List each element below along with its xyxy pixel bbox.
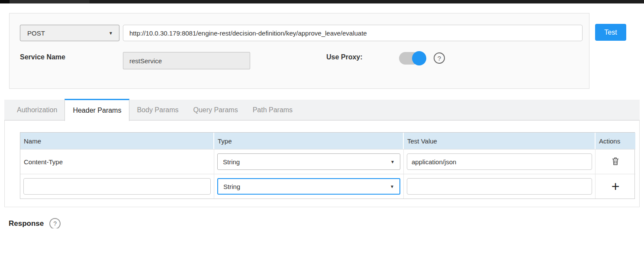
proxy-help-icon[interactable]: ? [434,52,445,64]
http-method-value: POST [27,29,45,37]
response-section-header: Response ? [9,218,61,228]
param-test-value-input[interactable] [407,153,592,170]
test-button[interactable]: Test [595,24,626,41]
param-type-value: String [223,158,240,166]
use-proxy-label: Use Proxy: [326,53,363,61]
param-name-value: Content-Type [23,158,63,166]
column-header-type: Type [214,133,404,149]
service-name-label: Service Name [20,53,65,61]
delete-row-button[interactable] [611,156,620,167]
add-row-button[interactable]: + [612,179,620,193]
plus-icon: + [612,179,620,193]
toggle-knob [412,51,426,65]
chevron-down-icon: ▼ [390,184,394,189]
chevron-down-icon: ▼ [390,160,395,164]
tab-query-params[interactable]: Query Params [186,100,245,120]
column-header-test-value: Test Value [404,133,596,149]
table-row-2-type-cell: String ▼ [214,174,404,199]
table-row-1-name-cell: Content-Type [20,149,214,174]
window-top-bar [0,0,644,3]
service-name-input[interactable] [123,52,250,69]
request-config-panel: POST ▼ Service Name Use Proxy: ? [9,13,589,89]
tab-path-params[interactable]: Path Params [245,100,300,120]
column-header-actions: Actions [596,133,635,149]
top-bar-segment [0,0,10,3]
trash-icon [611,156,620,167]
use-proxy-toggle[interactable] [399,51,426,65]
tab-body-params[interactable]: Body Params [129,100,186,120]
table-row-1-actions-cell [596,149,635,174]
param-type-select[interactable]: String ▼ [217,178,400,195]
table-row-2-actions-cell: + [596,174,635,199]
header-params-panel: Name Type Test Value Actions Content-Typ… [4,120,640,207]
app-screen: POST ▼ Service Name Use Proxy: ? Test Au… [0,0,644,280]
params-tab-strip: Authorization Header Params Body Params … [4,100,640,120]
top-bar-tab-segment [10,0,90,3]
table-row-1-type-cell: String ▼ [214,149,404,174]
table-row-1-test-value-cell [404,149,596,174]
tab-header-params[interactable]: Header Params [64,99,129,121]
response-label: Response [9,218,44,228]
param-name-input[interactable] [23,178,211,195]
http-method-select[interactable]: POST ▼ [20,25,119,41]
tab-authorization[interactable]: Authorization [10,100,64,120]
param-type-select[interactable]: String ▼ [217,153,400,170]
chevron-down-icon: ▼ [109,31,113,36]
table-row-2-name-cell [20,174,214,199]
params-table: Name Type Test Value Actions Content-Typ… [20,132,635,199]
table-row-2-test-value-cell [404,174,596,199]
param-test-value-input[interactable] [407,178,592,195]
url-input[interactable] [123,25,583,41]
column-header-name: Name [20,133,214,149]
response-help-icon[interactable]: ? [49,218,61,228]
param-type-value: String [223,183,240,190]
